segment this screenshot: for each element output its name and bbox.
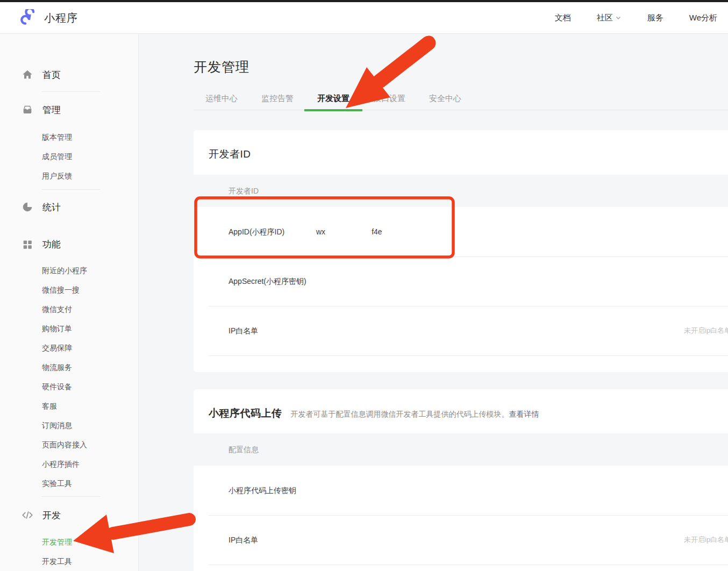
ip-whitelist-status: 未开启ip白名单 bbox=[684, 515, 728, 565]
sidebar-item-subscribe-message[interactable]: 订阅消息 bbox=[42, 416, 138, 435]
divider bbox=[42, 91, 100, 92]
sidebar-item-manage[interactable]: 管理 bbox=[22, 102, 138, 117]
sidebar-item-home[interactable]: 首页 bbox=[22, 67, 138, 82]
appid-label: AppID(小程序ID) bbox=[229, 207, 284, 256]
ip-whitelist-label: IP白名单 bbox=[229, 306, 258, 355]
tab-bar: 运维中心 监控告警 开发设置 接口设置 安全中心 bbox=[194, 90, 728, 110]
sidebar-item-plugins[interactable]: 小程序插件 bbox=[42, 454, 138, 474]
code-icon bbox=[22, 509, 33, 521]
sidebar-item-lab-tools[interactable]: 实验工具 bbox=[42, 474, 138, 493]
code-upload-desc: 开发者可基于配置信息调用微信开发者工具提供的代码上传模块。 bbox=[291, 410, 509, 418]
chevron-down-icon bbox=[615, 15, 622, 21]
sidebar-item-transaction-guarantee[interactable]: 交易保障 bbox=[42, 338, 138, 358]
nav-community[interactable]: 社区 bbox=[597, 13, 622, 23]
ip-whitelist-label: IP白名单 bbox=[229, 515, 258, 565]
top-header: 小程序 文档 社区 服务 We分析 bbox=[0, 2, 728, 34]
divider bbox=[42, 189, 100, 190]
sidebar-item-hardware[interactable]: 硬件设备 bbox=[42, 377, 138, 396]
code-upload-section-title: 小程序代码上传开发者可基于配置信息调用微信开发者工具提供的代码上传模块。查看详情 bbox=[209, 406, 539, 420]
upload-key-label: 小程序代码上传密钥 bbox=[229, 466, 296, 515]
miniprogram-logo-icon bbox=[19, 9, 38, 26]
tray-icon bbox=[22, 104, 33, 116]
table-header-band: 开发者ID bbox=[194, 175, 728, 207]
tab-monitor-alert[interactable]: 监控告警 bbox=[253, 90, 302, 110]
table-header-label: 配置信息 bbox=[229, 433, 259, 466]
sidebar-item-logistics[interactable]: 物流服务 bbox=[42, 358, 138, 377]
table-header-band: 配置信息 bbox=[194, 433, 728, 466]
ip-whitelist-row-2: IP白名单 未开启ip白名单 bbox=[194, 515, 728, 565]
sidebar-item-features[interactable]: 功能 bbox=[22, 237, 138, 252]
nav-services[interactable]: 服务 bbox=[647, 13, 663, 23]
developer-id-section-title: 开发者ID bbox=[209, 147, 251, 161]
sidebar-item-shopping-orders[interactable]: 购物订单 bbox=[42, 319, 138, 338]
wechat-miniprogram-console: 小程序 文档 社区 服务 We分析 首页 bbox=[0, 0, 728, 571]
sidebar-item-customer-service[interactable]: 客服 bbox=[42, 396, 138, 416]
page-title: 开发管理 bbox=[194, 58, 249, 76]
tab-api-settings[interactable]: 接口设置 bbox=[365, 90, 414, 110]
sidebar-item-wechat-pay[interactable]: 微信支付 bbox=[42, 299, 138, 319]
appsecret-label: AppSecret(小程序密钥) bbox=[229, 256, 306, 306]
sidebar-item-nearby-miniprogram[interactable]: 附近的小程序 bbox=[42, 261, 138, 280]
view-details-link[interactable]: 查看详情 bbox=[509, 410, 539, 418]
grid-icon bbox=[22, 238, 33, 250]
appid-value: wxf4e bbox=[316, 207, 382, 256]
tab-ops-center[interactable]: 运维中心 bbox=[197, 90, 246, 110]
divider bbox=[209, 565, 728, 565]
upload-key-row: 小程序代码上传密钥 bbox=[194, 466, 728, 515]
tab-dev-settings[interactable]: 开发设置 bbox=[309, 90, 358, 110]
appsecret-row: AppSecret(小程序密钥) bbox=[194, 256, 728, 306]
sidebar-item-version-manage[interactable]: 版本管理 bbox=[42, 127, 138, 147]
nav-we-analytics[interactable]: We分析 bbox=[689, 13, 717, 23]
developer-id-card: 开发者ID 开发者ID AppID(小程序ID) wxf4e AppSecret… bbox=[194, 130, 728, 372]
sidebar-item-wechat-search[interactable]: 微信搜一搜 bbox=[42, 280, 138, 299]
sidebar-item-develop-manage[interactable]: 开发管理 bbox=[42, 532, 138, 552]
top-nav: 文档 社区 服务 We分析 bbox=[555, 2, 717, 33]
sidebar: 首页 管理 版本管理 成员管理 用户反馈 统计 bbox=[0, 34, 139, 571]
nav-docs[interactable]: 文档 bbox=[555, 13, 571, 23]
sidebar-item-develop-tools[interactable]: 开发工具 bbox=[42, 552, 138, 571]
appid-row: AppID(小程序ID) wxf4e bbox=[194, 207, 728, 256]
divider bbox=[42, 496, 100, 497]
table-header-label: 开发者ID bbox=[229, 175, 259, 207]
sidebar-item-member-manage[interactable]: 成员管理 bbox=[42, 147, 138, 166]
logo-text: 小程序 bbox=[44, 11, 78, 25]
ip-whitelist-row: IP白名单 未开启ip白名单 bbox=[194, 306, 728, 355]
tab-security-center[interactable]: 安全中心 bbox=[420, 90, 470, 110]
sidebar-item-develop[interactable]: 开发 bbox=[22, 508, 138, 523]
code-upload-card: 小程序代码上传开发者可基于配置信息调用微信开发者工具提供的代码上传模块。查看详情… bbox=[194, 389, 728, 571]
ip-whitelist-status: 未开启ip白名单 bbox=[684, 306, 728, 355]
home-icon bbox=[22, 69, 33, 81]
logo[interactable]: 小程序 bbox=[19, 9, 78, 26]
sidebar-item-page-content[interactable]: 页面内容接入 bbox=[42, 435, 138, 454]
sidebar-item-user-feedback[interactable]: 用户反馈 bbox=[42, 166, 138, 185]
pie-chart-icon bbox=[22, 201, 33, 213]
sidebar-item-statistics[interactable]: 统计 bbox=[22, 199, 138, 215]
divider bbox=[209, 355, 728, 356]
